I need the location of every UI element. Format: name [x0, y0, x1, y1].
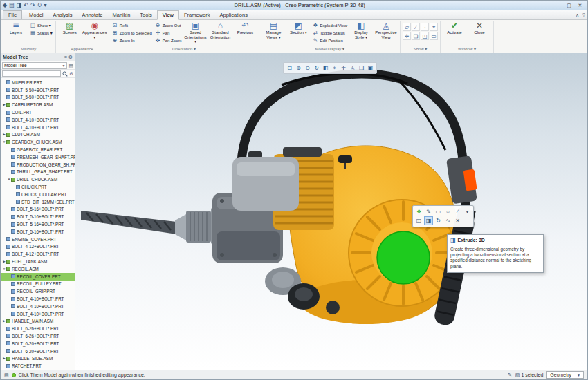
spin-center-icon[interactable]: ✛ — [340, 64, 347, 72]
tree-item-bolt-4-10-bolt-prt[interactable]: BOLT_4-10+BOLT*.PRT — [1, 116, 75, 124]
annotations-icon[interactable]: ❏ — [358, 64, 365, 72]
tree-item-bolt-5-50-bolt-prt[interactable]: BOLT_5-50+BOLT*.PRT — [1, 94, 75, 102]
spin-center-toggle[interactable]: ✛ — [403, 32, 411, 40]
datum-display-icon[interactable]: ⌖ — [331, 64, 338, 72]
sweep-icon[interactable]: ∿ — [443, 216, 452, 225]
tab-applications[interactable]: Applications — [215, 11, 252, 19]
status-visibility-button[interactable]: ▦Status ▾ — [29, 29, 53, 37]
tree-item-drill-chuck-asm[interactable]: ▼DRILL_CHUCK.ASM — [1, 175, 75, 183]
perspective-icon[interactable]: ◬ — [349, 64, 356, 72]
select-geometry-icon[interactable]: ❖ — [414, 207, 423, 216]
mirror-icon[interactable]: ◫ — [414, 216, 423, 225]
tree-item-clutch-asm[interactable]: ▶CLUTCH.ASM — [1, 131, 75, 139]
tree-filter-icon[interactable]: ≡ — [64, 55, 67, 59]
previous-button[interactable]: ↶Previous — [233, 21, 257, 35]
tree-item-handle-main-asm[interactable]: ▶HANDLE_MAIN.ASM — [1, 318, 75, 325]
section-button[interactable]: ◩Section ▾ — [286, 21, 310, 35]
drill-model-graphic[interactable] — [75, 53, 587, 370]
remove-icon[interactable]: ✕ — [453, 216, 462, 225]
search-icon[interactable] — [62, 71, 68, 77]
maximize-button[interactable]: ▢ — [564, 1, 574, 9]
tree-item-gearbox-chuck-asm[interactable]: ▼GEARBOX_CHUCK.ASM — [1, 138, 75, 146]
selection-filter-combo[interactable]: Geometry ▼ — [546, 371, 584, 379]
layers-button[interactable]: ≣Layers — [4, 21, 28, 35]
tab-model[interactable]: Model — [24, 11, 48, 19]
tree-item-coil-prt[interactable]: COIL.PRT — [1, 108, 75, 116]
circle-icon[interactable]: ○ — [443, 207, 452, 216]
tree-item-bolt-4-10-bolt-prt[interactable]: BOLT_4-10+BOLT*.PRT — [1, 310, 75, 318]
zoom-in-button[interactable]: ⊕Zoom In — [111, 37, 153, 44]
standard-orientation-button[interactable]: ⌂Standard Orientation — [208, 21, 232, 39]
tab-tools[interactable]: Tools — [135, 11, 157, 19]
tree-item-bolt-5-16-bolt-prt[interactable]: BOLT_5-16+BOLT*.PRT — [1, 213, 75, 220]
undo-icon[interactable]: ↶ — [24, 2, 28, 9]
plane-tag-toggle[interactable]: ▭ — [430, 32, 438, 40]
tab-annotate[interactable]: Annotate — [77, 11, 107, 19]
tree-item-recoil-cover-prt[interactable]: RECOIL_COVER.PRT — [1, 273, 75, 281]
display-style-icon[interactable]: ◧ — [322, 64, 329, 72]
tree-item-engine-cover-prt[interactable]: ENGINE_COVER.PRT — [1, 236, 75, 243]
perspective-view-button[interactable]: ◬Perspective View — [374, 21, 398, 39]
recoil-highlight-circle[interactable] — [377, 231, 430, 284]
drill-bit-graphic[interactable] — [81, 211, 176, 234]
edit-position-button[interactable]: ✎Edit Position — [311, 37, 348, 44]
tree-item-bolt-4-12-bolt-prt[interactable]: BOLT_4-12+BOLT*.PRT — [1, 250, 75, 258]
tree-item-bolt-4-10-bolt-prt[interactable]: BOLT_4-10+BOLT*.PRT — [1, 303, 75, 310]
saved-orientations-button[interactable]: ▣Saved Orientations ▾ — [183, 21, 207, 44]
tree-item-fuel-tank-asm[interactable]: ▶FUEL_TANK.ASM — [1, 258, 75, 265]
refit-icon[interactable]: ⊡ — [286, 64, 293, 72]
tree-item-bolt-5-16-bolt-prt[interactable]: BOLT_5-16+BOLT*.PRT — [1, 228, 75, 236]
tree-item-bolt-6-26-bolt-prt[interactable]: BOLT_6-26+BOLT*.PRT — [1, 325, 75, 332]
zoom-to-selected-button[interactable]: ⊞Zoom to Selected — [111, 29, 153, 37]
tree-filter-settings-icon[interactable]: ⚙ — [69, 71, 73, 77]
tree-item-gearbox-rear-prt[interactable]: GEARBOX_REAR.PRT — [1, 146, 75, 153]
tab-view[interactable]: View — [157, 10, 179, 20]
line-icon[interactable]: ∕ — [453, 207, 462, 216]
air-filter-cover-graphic[interactable] — [232, 151, 299, 211]
close-button[interactable]: ✕ — [575, 1, 585, 9]
repaint-icon[interactable]: ↻ — [313, 64, 320, 72]
axis-display-toggle[interactable]: ∕ — [412, 23, 420, 31]
tree-item-bolt-6-26-bolt-prt[interactable]: BOLT_6-26+BOLT*.PRT — [1, 332, 75, 340]
minimize-ribbon-icon[interactable]: ∧ — [576, 12, 579, 18]
point-display-toggle[interactable]: ∙ — [421, 23, 429, 31]
zoom-out-icon[interactable]: ⊖ — [304, 64, 311, 72]
pan-button[interactable]: ✛Pan — [154, 29, 183, 37]
tab-framework[interactable]: Framework — [179, 11, 215, 19]
manage-views-button[interactable]: ▤Manage Views ▾ — [261, 21, 285, 39]
tree-settings-icon[interactable]: ⚙ — [68, 55, 73, 59]
close-window-button[interactable]: ✕Close — [468, 21, 491, 35]
toggle-status-button[interactable]: ⇄Toggle Status — [311, 29, 348, 37]
tree-search-input[interactable] — [2, 70, 61, 77]
tree-item-muffler-prt[interactable]: MUFFLER.PRT — [1, 79, 75, 86]
csys-display-toggle[interactable]: ⌖ — [430, 23, 438, 31]
tab-analysis[interactable]: Analysis — [48, 11, 77, 19]
tree-item-ratchet-prt[interactable]: RATCHET.PRT — [1, 362, 75, 370]
tree-item-handle-side-asm[interactable]: ▶HANDLE_SIDE.ASM — [1, 354, 75, 362]
tab-file[interactable]: File — [3, 10, 22, 19]
refit-button[interactable]: ⊡Refit — [111, 21, 153, 29]
tab-manikin[interactable]: Manikin — [108, 11, 136, 19]
tree-view-combo[interactable]: Model Tree ▼ — [2, 62, 67, 69]
tree-item-bolt-5-16-bolt-prt[interactable]: BOLT_5-16+BOLT*.PRT — [1, 206, 75, 213]
tree-item-bolt-4-10-bolt-prt[interactable]: BOLT_4-10+BOLT*.PRT — [1, 124, 75, 131]
annotation-display-toggle[interactable]: ❏ — [412, 32, 420, 40]
saved-views-icon[interactable]: ▣ — [367, 64, 374, 72]
sketch-icon[interactable]: ✎ — [424, 207, 433, 216]
scenes-button[interactable]: ▨Scenes — [58, 21, 82, 35]
regenerate-icon[interactable]: ↻ — [37, 2, 42, 9]
redo-icon[interactable]: ↷ — [30, 2, 35, 9]
tree-item-chuck-collar-prt[interactable]: CHUCK_COLLAR.PRT — [1, 191, 75, 198]
tree-item-chuck-prt[interactable]: CHUCK.PRT — [1, 183, 75, 191]
activate-button[interactable]: ✔Activate — [443, 21, 466, 35]
appearances-button[interactable]: ◉Appearances ▾ — [83, 21, 107, 39]
extrude-icon[interactable]: ◨ — [424, 216, 433, 225]
revolve-icon[interactable]: ↻ — [434, 216, 443, 225]
tree-item-bolt-6-20-bolt-prt[interactable]: BOLT_6-20+BOLT*.PRT — [1, 348, 75, 355]
zoom-in-icon[interactable]: ⊕ — [295, 64, 302, 72]
dragger-toggle[interactable]: ◰ — [421, 32, 429, 40]
pan-zoom-button[interactable]: ✜Pan Zoom — [154, 37, 183, 44]
tree-item-carburetor-asm[interactable]: ▶CARBURETOR.ASM — [1, 101, 75, 108]
help-icon[interactable]: ? — [582, 12, 585, 18]
appearance-brush-icon[interactable]: ✎ — [508, 372, 512, 378]
